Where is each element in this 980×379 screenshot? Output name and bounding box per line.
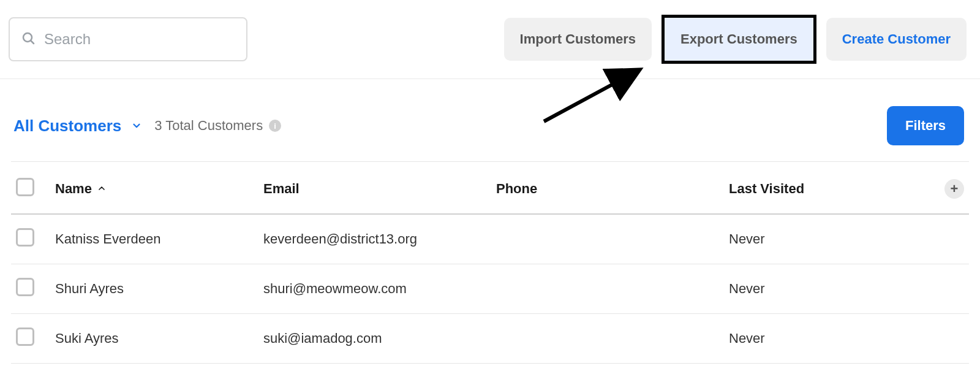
row-name: Katniss Everdeen (50, 214, 258, 264)
row-phone (491, 214, 724, 264)
search-input[interactable] (44, 31, 235, 48)
column-header-last-visited[interactable]: Last Visited (724, 162, 937, 215)
total-customers-label: 3 Total Customers i (154, 118, 281, 134)
table-row[interactable]: Suki Ayressuki@iamadog.comNever (11, 314, 969, 364)
row-name: Shuri Ayres (50, 264, 258, 314)
customers-view-title: All Customers (13, 117, 121, 136)
column-header-name-label: Name (55, 181, 92, 197)
total-customers-text: 3 Total Customers (154, 118, 263, 134)
import-customers-button[interactable]: Import Customers (504, 18, 652, 61)
row-name: Suki Ayres (50, 314, 258, 364)
row-checkbox[interactable] (16, 228, 34, 247)
create-customer-button[interactable]: Create Customer (826, 18, 967, 61)
column-header-email[interactable]: Email (258, 162, 491, 215)
search-icon (21, 31, 36, 48)
add-column-button[interactable]: + (944, 179, 964, 199)
row-last-visited: Never (724, 314, 937, 364)
filters-button[interactable]: Filters (887, 106, 964, 145)
customers-view-dropdown[interactable]: All Customers (13, 117, 142, 136)
row-checkbox[interactable] (16, 327, 34, 346)
row-phone (491, 314, 724, 364)
column-header-name[interactable]: Name (55, 181, 107, 197)
svg-line-1 (31, 41, 34, 44)
select-all-checkbox[interactable] (16, 178, 34, 196)
row-phone (491, 264, 724, 314)
info-icon[interactable]: i (269, 120, 281, 132)
table-row[interactable]: Shuri Ayresshuri@meowmeow.comNever (11, 264, 969, 314)
row-last-visited: Never (724, 264, 937, 314)
table-row[interactable]: Katniss Everdeenkeverdeen@district13.org… (11, 214, 969, 264)
chevron-down-icon (131, 117, 142, 136)
column-header-phone[interactable]: Phone (491, 162, 724, 215)
row-last-visited: Never (724, 214, 937, 264)
export-customers-button[interactable]: Export Customers (662, 15, 816, 64)
row-email: suki@iamadog.com (258, 314, 491, 364)
row-email: keverdeen@district13.org (258, 214, 491, 264)
plus-icon: + (951, 181, 959, 197)
row-checkbox[interactable] (16, 278, 34, 296)
customers-table: Name Email Phone Last Visited (11, 161, 969, 364)
search-box[interactable] (9, 17, 247, 61)
sort-ascending-icon (97, 181, 107, 197)
row-email: shuri@meowmeow.com (258, 264, 491, 314)
